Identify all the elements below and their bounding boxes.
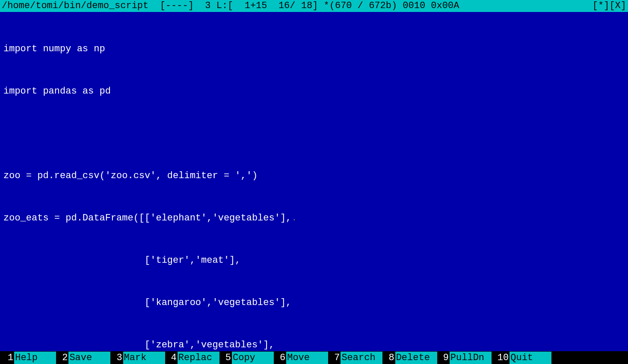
- fkey-help[interactable]: 1Help: [0, 352, 56, 364]
- fkey-label: Move: [286, 352, 328, 364]
- fkey-number: 7: [328, 352, 341, 364]
- fkey-label: Quit: [510, 352, 551, 364]
- fkey-search[interactable]: 7Search: [328, 352, 382, 364]
- fkey-label: Search: [341, 352, 382, 364]
- fkey-mark[interactable]: 3Mark: [110, 352, 165, 364]
- code-line: ['tiger','meat'],: [3, 253, 625, 267]
- fkey-label: Delete: [395, 352, 437, 364]
- fkey-label: PullDn: [450, 352, 492, 364]
- fkey-number: 2: [56, 352, 68, 364]
- function-key-bar: 1Help 2Save 3Mark 4Replac 5Copy 6Move 7S…: [0, 351, 628, 364]
- fkey-number: 1: [0, 352, 14, 364]
- fkey-number: 5: [219, 352, 232, 364]
- fkey-label: Mark: [123, 352, 165, 364]
- fkey-number: 9: [437, 352, 450, 364]
- fkey-label: Save: [68, 352, 110, 364]
- fkey-quit[interactable]: 10Quit: [492, 352, 551, 364]
- code-line: zoo_eats = pd.DataFrame([['elephant','ve…: [3, 211, 625, 225]
- file-status: [----] 3 L:[ 1+15 16/ 18] *(670 / 672b) …: [148, 0, 459, 11]
- editor-area[interactable]: import numpy as np import pandas as pd z…: [0, 12, 628, 364]
- code-line: ['kangaroo','vegetables'],: [3, 296, 625, 310]
- fkey-label: Copy: [232, 352, 274, 364]
- title-bar: /home/tomi/bin/demo_script [----] 3 L:[ …: [0, 0, 628, 12]
- fkey-number: 10: [492, 352, 510, 364]
- code-line: [3, 126, 625, 141]
- fkey-label: Help: [14, 352, 56, 364]
- file-path: /home/tomi/bin/demo_script: [2, 0, 148, 11]
- titlebar-left: /home/tomi/bin/demo_script [----] 3 L:[ …: [2, 0, 459, 12]
- fkey-save[interactable]: 2Save: [56, 352, 110, 364]
- fkey-move[interactable]: 6Move: [274, 352, 328, 364]
- code-line: import numpy as np: [3, 42, 625, 56]
- fkey-number: 4: [165, 352, 178, 364]
- fkey-number: 8: [382, 352, 395, 364]
- fkey-copy[interactable]: 5Copy: [219, 352, 274, 364]
- code-line: import pandas as pd: [3, 84, 625, 98]
- titlebar-right[interactable]: [*][X]: [592, 0, 626, 12]
- fkey-number: 6: [274, 352, 286, 364]
- fkey-pulldn[interactable]: 9PullDn: [437, 352, 492, 364]
- code-line: ['zebra','vegetables'],: [3, 338, 625, 352]
- fkey-replace[interactable]: 4Replac: [165, 352, 219, 364]
- fkey-delete[interactable]: 8Delete: [382, 352, 437, 364]
- continuation-dot: .: [291, 213, 297, 223]
- fkey-label: Replac: [178, 352, 219, 364]
- code-line: zoo = pd.read_csv('zoo.csv', delimiter =…: [3, 169, 625, 183]
- fkey-number: 3: [110, 352, 123, 364]
